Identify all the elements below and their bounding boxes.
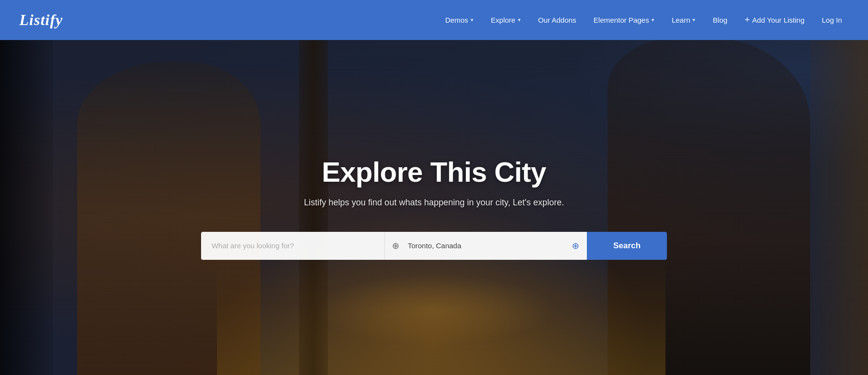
nav-item-explore[interactable]: Explore ▾ (484, 12, 528, 28)
hero-content: Explore This City Listify helps you find… (0, 156, 868, 260)
site-logo[interactable]: Listify (19, 11, 63, 29)
location-search-input[interactable] (384, 232, 587, 260)
navbar: Listify Demos ▾ Explore ▾ Our Addons Ele… (0, 0, 868, 40)
nav-item-learn[interactable]: Learn ▾ (665, 12, 702, 28)
gps-locate-icon[interactable]: ⊕ (572, 241, 579, 251)
chevron-down-icon: ▾ (471, 17, 474, 23)
location-input-wrap: ⊕ ⊕ (384, 232, 587, 260)
nav-item-demos[interactable]: Demos ▾ (438, 12, 480, 28)
hero-section: Explore This City Listify helps you find… (0, 40, 868, 375)
hero-title: Explore This City (19, 156, 849, 188)
nav-item-blog[interactable]: Blog (706, 12, 734, 28)
keyword-input-wrap (201, 232, 384, 260)
nav-menu: Demos ▾ Explore ▾ Our Addons Elementor P… (438, 11, 849, 29)
search-button[interactable]: Search (587, 232, 667, 260)
login-button[interactable]: Log In (815, 12, 849, 28)
nav-item-elementor[interactable]: Elementor Pages ▾ (587, 12, 661, 28)
chevron-down-icon: ▾ (692, 17, 695, 23)
nav-item-addons[interactable]: Our Addons (531, 12, 583, 28)
hero-subtitle: Listify helps you find out whats happeni… (19, 198, 849, 208)
search-bar: ⊕ ⊕ Search (193, 232, 675, 260)
chevron-down-icon: ▾ (518, 17, 521, 23)
add-listing-button[interactable]: + Add Your Listing (738, 11, 811, 29)
plus-icon: + (745, 15, 750, 25)
chevron-down-icon: ▾ (651, 17, 654, 23)
keyword-search-input[interactable] (201, 232, 384, 260)
